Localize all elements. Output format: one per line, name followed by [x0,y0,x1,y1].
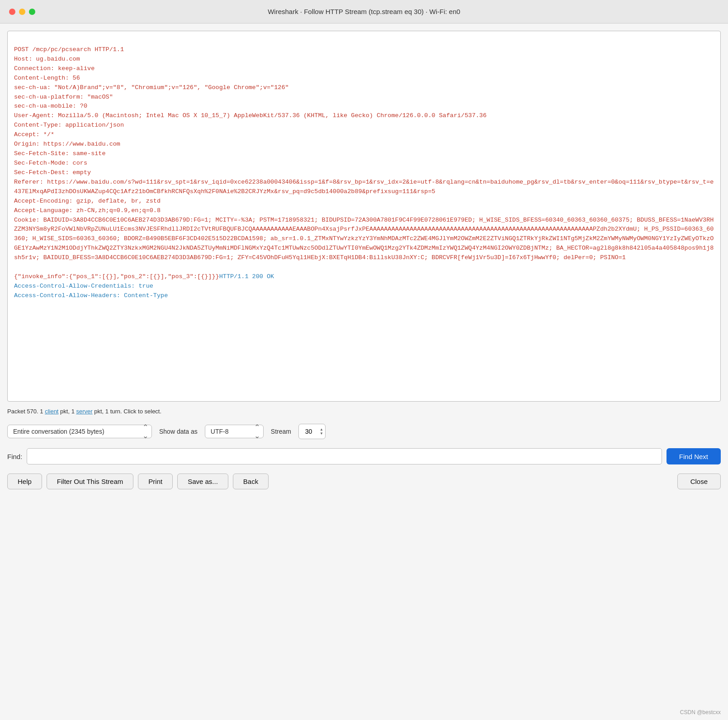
stream-label: Stream [271,428,291,435]
stream-up-arrow-icon[interactable]: ▲ [320,428,323,431]
bottom-buttons-row: Help Filter Out This Stream Print Save a… [7,471,721,491]
stream-number-input[interactable] [304,428,320,435]
show-data-label: Show data as [159,428,198,435]
titlebar: Wireshark · Follow HTTP Stream (tcp.stre… [0,0,728,24]
server-link[interactable]: server [76,408,93,415]
window-controls[interactable] [9,9,35,15]
save-as-button[interactable]: Save as... [177,474,228,489]
conversation-select-container: Entire conversation (2345 bytes) ⌃⌄ [7,425,152,438]
find-label: Find: [7,453,22,460]
client-link[interactable]: client [45,408,58,415]
find-row: Find: Find Next [7,446,721,466]
encoding-select[interactable]: UTF-8 [205,425,264,438]
close-window-button[interactable] [9,9,15,15]
controls-row: Entire conversation (2345 bytes) ⌃⌄ Show… [7,421,721,442]
conversation-select[interactable]: Entire conversation (2345 bytes) [7,425,152,438]
stream-spinner-arrows[interactable]: ▲ ▼ [320,424,323,439]
encoding-select-container: UTF-8 ⌃⌄ [205,425,264,438]
find-input[interactable] [27,448,662,464]
stream-down-arrow-icon[interactable]: ▼ [320,432,323,436]
packet-info: Packet 570. 1 client pkt, 1 server pkt, … [7,406,721,417]
close-button[interactable]: Close [677,474,721,489]
find-next-button[interactable]: Find Next [667,448,721,464]
stream-spinner[interactable]: ▲ ▼ [298,424,326,439]
minimize-button[interactable] [19,9,25,15]
stream-content-area[interactable]: POST /mcp/pc/pcsearch HTTP/1.1 Host: ug.… [7,31,721,402]
maximize-button[interactable] [29,9,35,15]
watermark: CSDN @bestcxx [680,709,721,715]
back-button[interactable]: Back [233,474,269,489]
help-button[interactable]: Help [7,474,42,489]
filter-out-button[interactable]: Filter Out This Stream [47,474,133,489]
main-window: POST /mcp/pc/pcsearch HTTP/1.1 Host: ug.… [0,24,728,720]
print-button[interactable]: Print [138,474,173,489]
window-title: Wireshark · Follow HTTP Stream (tcp.stre… [268,8,460,15]
stream-client-text: POST /mcp/pc/pcsearch HTTP/1.1 Host: ug.… [14,46,714,280]
